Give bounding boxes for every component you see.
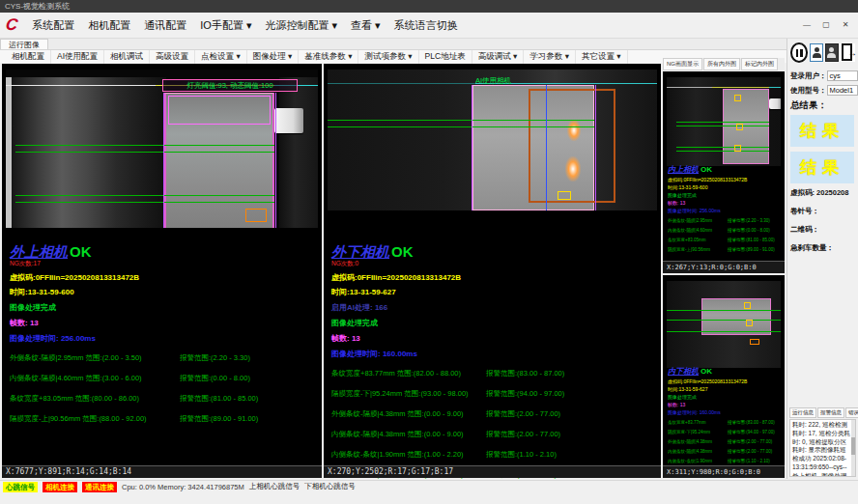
result-display-bottom: 结果: [790, 152, 854, 183]
measurement-row: 外侧条纹-隔膜|4.38mm 报警范围:(2.00 - 77.00): [668, 439, 783, 444]
login-user-row: 登录用户： cys: [790, 70, 855, 81]
login-user-field[interactable]: cys: [827, 70, 858, 81]
app-logo-icon: C: [5, 15, 19, 35]
pause-button[interactable]: [790, 42, 808, 63]
camera-image-outer-top[interactable]: 灯亮阈值:93, 动态阈值:100: [6, 70, 318, 228]
result-text-block: 外上相机OK NG次数:17 虚拟码:0FFIlin=2025020813313…: [10, 243, 318, 434]
barcode-line: 虚拟码:0FFIlin=2025020813313472B: [668, 177, 783, 182]
menu-system-config[interactable]: 系统配置: [25, 15, 81, 36]
menu-language[interactable]: 系统语言切换: [387, 15, 465, 36]
measurement-alarm: 报警范围:(81.00 - 85.00): [180, 394, 258, 404]
measurement-alarm: 报警范围:(0.00 - 8.00): [728, 228, 770, 233]
baseline-vertical: [546, 85, 547, 210]
detect-box: [746, 320, 753, 326]
log-scrollbar[interactable]: [851, 420, 855, 476]
menu-comm-config[interactable]: 通讯配置: [137, 15, 193, 36]
camera-image-inner-bottom[interactable]: [667, 281, 781, 368]
camera-name: 内上相机: [668, 165, 699, 174]
measurement-value: 外侧条纹-隔膜|2.95mm 范围:(2.00 - 3.50): [10, 353, 180, 363]
right-view-tab[interactable]: 所有内外图: [703, 58, 740, 70]
toolbar-item[interactable]: 相机配置: [6, 50, 51, 64]
log-text-area[interactable]: 耗时: 222, 巡检检测耗时: 17, 巡检分类耗时: 0, 巡检提取分区耗时…: [789, 419, 856, 477]
menu-io-config[interactable]: IO手配置 ▾: [193, 15, 258, 36]
measurement-row: 外侧条纹-隔膜|2.95mm 范围:(2.00 - 3.50) 报警范围:(2.…: [10, 353, 318, 363]
menu-camera-config[interactable]: 相机配置: [81, 15, 137, 36]
measurement-value: 内侧条纹-隔膜|4.60mm: [668, 228, 728, 233]
tab-run-image[interactable]: 运行图像: [0, 39, 48, 49]
measurement-row: 外侧条纹-隔膜|4.38mm 范围:(0.00 - 9.00) 报警范围:(2.…: [331, 409, 657, 419]
camera-image-outer-bottom[interactable]: AI使用相机: [328, 70, 657, 210]
lower-camera-heartbeat-link[interactable]: 下相机心跳信号: [304, 482, 356, 491]
measurement-value: 内侧条纹-条纹|1.90mm 范围:(1.00 - 2.20): [331, 450, 486, 460]
maximize-button[interactable]: ▢: [817, 18, 835, 32]
heartbeat-badge: 心跳信号: [3, 482, 38, 492]
toolbar-item[interactable]: 基准线参数 ▾: [299, 50, 358, 64]
close-button[interactable]: ✕: [837, 18, 854, 32]
toolbar-item[interactable]: 相机调试: [104, 50, 150, 64]
measurement-value: 隔膜宽度-上|90.56mm 范围:(88.00 - 92.00): [10, 414, 180, 424]
measurement-value: 条纹宽度+83.77mm 范围:(82.00 - 88.00): [331, 369, 486, 378]
toolbar-item[interactable]: 学习参数 ▾: [524, 50, 576, 64]
toolbar-item[interactable]: 其它设置 ▾: [576, 50, 628, 64]
measure-line: [667, 310, 781, 311]
measure-line: [15, 152, 274, 153]
right-view-tab[interactable]: NG画面显示: [663, 58, 702, 70]
model-label: 使用型号：: [790, 86, 827, 96]
toolbar-item[interactable]: PLC地址表: [419, 50, 472, 64]
model-field[interactable]: Model1: [827, 85, 858, 96]
log-tabs: 运行信息报警信息错误信息: [789, 407, 856, 418]
camera-panel-outer-top: 灯亮阈值:93, 动态阈值:100 外上相机OK NG次数:17 虚拟码:0FF…: [2, 64, 322, 478]
log-tab[interactable]: 报警信息: [817, 407, 844, 418]
detect-box: [245, 209, 267, 222]
exit-arrow-icon: →: [847, 47, 857, 58]
right-view-tab[interactable]: 标记内外图: [741, 58, 778, 70]
measurement-alarm: 报警范围:(1.10 - 2.10): [486, 450, 557, 460]
login-user-button[interactable]: [810, 43, 823, 62]
machine-background: [279, 77, 318, 228]
user-manage-button[interactable]: [825, 43, 839, 62]
toolbar-item[interactable]: 测试项参数 ▾: [358, 50, 418, 64]
log-tab[interactable]: 运行信息: [789, 407, 816, 418]
measurement-alarm: 报警范围:(2.20 - 3.30): [728, 218, 770, 223]
log-block: 运行信息报警信息错误信息 耗时: 222, 巡检检测耗时: 17, 巡检分类耗时…: [789, 407, 856, 477]
measurement-row: 内侧条纹-隔膜|4.60mm 范围:(3.00 - 6.00) 报警范围:(0.…: [10, 374, 318, 383]
pixel-status-bar: X:270;Y:2502;R:17;G:17;B:17: [324, 465, 661, 478]
toolbar-item[interactable]: 高级设置: [150, 50, 195, 64]
edge-marker-line: [275, 93, 276, 228]
log-scrollbar-thumb[interactable]: [851, 437, 855, 455]
measurement-alarm: 报警范围:(2.00 - 77.00): [728, 449, 772, 454]
result-text-block: 内上相机OK 虚拟码:0FFIlin=2025020813313472B 时间:…: [668, 164, 783, 257]
user-icon: [829, 47, 834, 52]
toolbar-item[interactable]: 高级调试 ▾: [472, 50, 525, 64]
window-title: CYS-视觉检测系统: [5, 2, 70, 11]
measurement-list: 条纹宽度+83.77mm 范围:(82.00 - 88.00) 报警范围:(83…: [331, 369, 657, 480]
measurement-row: 隔膜宽度-上|90.56mm 报警范围:(89.00 - 91.00): [668, 247, 783, 252]
inspected-part: [164, 93, 274, 228]
minimize-button[interactable]: —: [798, 18, 815, 32]
measurement-value: 内侧条纹-隔膜|4.38mm 范围:(0.00 - 9.00): [331, 430, 486, 439]
login-user-label: 登录用户：: [790, 71, 827, 81]
measurement-row: 内侧条纹-隔膜|4.60mm 报警范围:(0.00 - 8.00): [668, 228, 783, 233]
measurement-value: 外侧条纹-隔膜|4.38mm: [668, 439, 728, 444]
time-line: 时间:13-31-59-627: [331, 287, 657, 297]
camera-image-inner-top[interactable]: [667, 77, 781, 166]
toolbar-item[interactable]: 图像处理 ▾: [247, 50, 300, 64]
pixel-status-bar: X:7677;Y:891;R:14;G:14;B:14: [2, 465, 322, 478]
upper-camera-heartbeat-link[interactable]: 上相机心跳信号: [249, 482, 300, 491]
toolbar-item[interactable]: 点检设置 ▾: [195, 50, 247, 64]
exit-button[interactable]: →: [841, 43, 855, 62]
measure-line: [15, 202, 274, 203]
menu-view[interactable]: 查看 ▾: [344, 15, 387, 36]
measurement-alarm: 报警范围:(2.00 - 77.00): [486, 430, 560, 439]
connector-tab: [769, 98, 781, 109]
measure-line: [15, 195, 274, 196]
detect-box: [744, 302, 751, 309]
measure-line: [676, 147, 769, 148]
log-text: 耗时: 222, 巡检检测耗时: 17, 巡检分类耗时: 0, 巡检提取分区耗时…: [792, 421, 850, 477]
log-tab[interactable]: 错误信息: [845, 407, 858, 418]
ai-detect-rectangle: [529, 89, 615, 203]
camera-panel-inner-bottom: 内下相机OK 虚拟码:0FFIlin=2025020813313472B 时间:…: [663, 275, 785, 478]
menu-light-config[interactable]: 光源控制配置 ▾: [258, 15, 344, 36]
barcode-line: 虚拟码:0FFIlin=2025020813313472B: [668, 378, 783, 384]
toolbar-item[interactable]: AI使用配置: [51, 50, 104, 64]
